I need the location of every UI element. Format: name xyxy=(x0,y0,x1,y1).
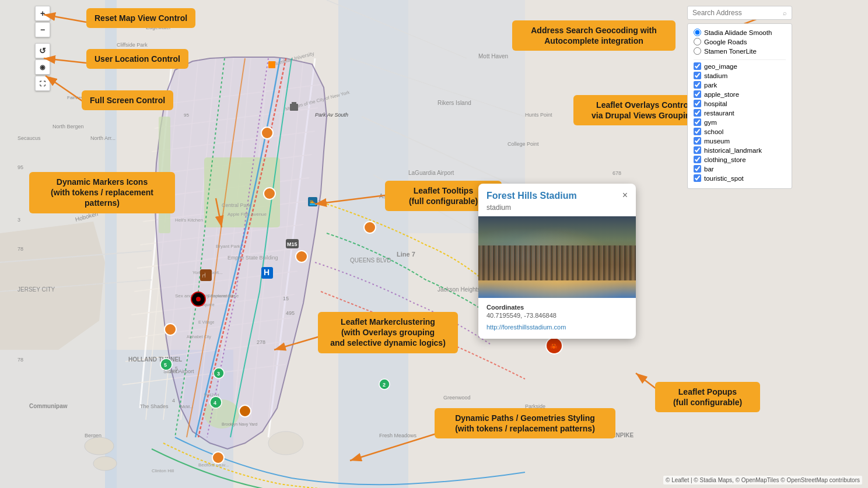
fullscreen-annotation: Full Screen Control xyxy=(82,90,173,110)
map-controls-group: + − ↺ ◉ ⛶ xyxy=(35,6,50,91)
overlay-park[interactable]: park xyxy=(694,81,786,89)
layer-divider xyxy=(694,59,786,60)
layers-panel: Stadia Alidade Smooth Google Roads Stame… xyxy=(687,23,792,189)
popup-image-content xyxy=(478,216,636,298)
fullscreen-button[interactable]: ⛶ xyxy=(35,76,50,91)
svg-text:278: 278 xyxy=(257,339,265,345)
svg-text:2: 2 xyxy=(385,380,388,386)
svg-text:Secaucus: Secaucus xyxy=(18,135,41,141)
reset-map-annotation: Reset Map View Control xyxy=(86,8,195,28)
attribution: © Leaflet | © Stadia Maps, © OpenMapTile… xyxy=(663,476,862,485)
svg-text:2: 2 xyxy=(169,368,172,374)
svg-text:5: 5 xyxy=(175,366,178,371)
svg-text:Rikers Island: Rikers Island xyxy=(438,100,471,106)
search-box[interactable]: ⌕ xyxy=(687,6,792,20)
svg-text:Greenwood: Greenwood xyxy=(443,395,471,401)
basemap-group: Stadia Alidade Smooth Google Roads Stame… xyxy=(694,29,786,55)
svg-text:Fresh Meadows: Fresh Meadows xyxy=(379,433,417,438)
basemap-google[interactable]: Google Roads xyxy=(694,38,786,45)
overlay-apple_store[interactable]: apple_store xyxy=(694,90,786,98)
svg-text:78: 78 xyxy=(18,357,23,363)
dynamic-paths-annotation: Dynamic Paths / Geometries Styling (with… xyxy=(435,408,615,438)
svg-text:78: 78 xyxy=(18,246,23,252)
overlay-stadium[interactable]: stadium xyxy=(694,72,786,79)
address-search-annotation: Address Search Geocoding with Autocomple… xyxy=(512,20,676,51)
basemap-stadia[interactable]: Stadia Alidade Smooth xyxy=(694,29,786,36)
svg-text:York Skyport...: York Skyport... xyxy=(192,270,223,275)
search-input[interactable] xyxy=(692,9,783,17)
popup-info: Coordinates 40.7195549, -73.846848 http:… xyxy=(478,298,636,339)
svg-text:Hunts Point: Hunts Point xyxy=(525,112,552,118)
svg-text:15: 15 xyxy=(283,296,289,301)
overlay-bar[interactable]: bar xyxy=(694,165,786,173)
leaflet-popups-annotation: Leaflet Popups (full configurable) xyxy=(655,382,760,412)
user-location-annotation: User Location Control xyxy=(86,49,188,69)
svg-text:Cliffside Park: Cliffside Park xyxy=(117,42,148,48)
svg-text:95: 95 xyxy=(184,113,189,118)
svg-text:95: 95 xyxy=(18,164,23,170)
popup-image xyxy=(478,216,636,298)
svg-rect-2 xyxy=(338,0,408,488)
svg-text:495: 495 xyxy=(286,310,295,316)
popup-close-button[interactable]: × xyxy=(622,191,628,200)
overlay-touristic_spot[interactable]: touristic_spot xyxy=(694,174,786,182)
overlay-layers-group: geo_imagestadiumparkapple_storehospitalr… xyxy=(694,62,786,182)
svg-text:North Bergen: North Bergen xyxy=(52,124,84,129)
svg-point-107 xyxy=(268,431,303,455)
svg-text:87: 87 xyxy=(315,199,321,205)
popup-coords: 40.7195549, -73.846848 xyxy=(487,312,628,319)
svg-rect-32 xyxy=(204,157,280,227)
svg-text:Jackson Heights: Jackson Heights xyxy=(438,286,480,293)
popup-coords-label: Coordinates xyxy=(487,304,628,311)
svg-text:Bryant Park: Bryant Park xyxy=(216,244,241,249)
overlay-school[interactable]: school xyxy=(694,128,786,135)
overlay-gym[interactable]: gym xyxy=(694,118,786,126)
svg-text:4: 4 xyxy=(172,398,175,403)
zoom-in-button[interactable]: + xyxy=(35,6,50,21)
svg-text:QUEENS BLVD: QUEENS BLVD xyxy=(350,257,391,264)
overlay-restaurant[interactable]: restaurant xyxy=(694,109,786,117)
svg-text:Bedford Stuv...: Bedford Stuv... xyxy=(198,462,229,468)
popup-card: Forest Hills Stadium × stadium Coordinat… xyxy=(478,184,636,339)
popup-link[interactable]: http://foresthillsstadium.com xyxy=(487,324,566,331)
overlay-clothing_store[interactable]: clothing_store xyxy=(694,156,786,163)
overlay-historical_landmark[interactable]: historical_landmark xyxy=(694,146,786,154)
svg-text:E Village: E Village xyxy=(198,320,215,325)
svg-point-106 xyxy=(93,457,117,471)
popup-header: Forest Hills Stadium × xyxy=(478,184,636,203)
svg-text:JERSEY CITY: JERSEY CITY xyxy=(18,286,55,293)
svg-text:Square: Square xyxy=(201,303,215,307)
dynamic-markers-annotation: Dynamic Markers Icons (with tokens / rep… xyxy=(29,172,175,213)
svg-text:North Arr...: North Arr... xyxy=(90,135,116,141)
svg-text:3: 3 xyxy=(18,217,20,223)
svg-text:Seaplane Base: Seaplane Base xyxy=(207,293,239,299)
zoom-out-button[interactable]: − xyxy=(35,22,50,37)
svg-text:Alphabet City: Alphabet City xyxy=(187,335,211,339)
svg-text:The Shades: The Shades xyxy=(140,403,169,409)
overlay-hospital[interactable]: hospital xyxy=(694,100,786,107)
basemap-stamen-label: Stamen TonerLite xyxy=(704,48,757,55)
svg-text:College Point: College Point xyxy=(508,141,539,147)
svg-text:Line 7: Line 7 xyxy=(397,251,415,258)
svg-text:LaGuardia Airport: LaGuardia Airport xyxy=(408,170,454,176)
search-icon: ⌕ xyxy=(783,9,787,16)
basemap-stamen[interactable]: Stamen TonerLite xyxy=(694,47,786,55)
svg-text:Hell's Kitchen: Hell's Kitchen xyxy=(175,217,203,223)
svg-text:McM...: McM... xyxy=(181,405,193,409)
overlay-museum[interactable]: museum xyxy=(694,137,786,145)
svg-text:Apple Fifth Avenue: Apple Fifth Avenue xyxy=(228,212,267,217)
overlay-geo_image[interactable]: geo_image xyxy=(694,62,786,70)
svg-text:HOLLAND TUNNEL: HOLLAND TUNNEL xyxy=(128,356,182,363)
svg-text:Mott Haven: Mott Haven xyxy=(478,53,508,59)
basemap-stadia-label: Stadia Alidade Smooth xyxy=(704,29,772,36)
svg-text:W42nd: W42nd xyxy=(204,392,219,398)
svg-text:Empire State Building: Empire State Building xyxy=(228,255,278,261)
svg-text:Central Park: Central Park xyxy=(222,202,251,208)
reset-view-button[interactable]: ↺ xyxy=(35,43,50,58)
svg-text:Clinton Hill: Clinton Hill xyxy=(152,468,174,473)
map-container: Hoboken JERSEY CITY QUEENS BLVD Astoria … xyxy=(0,0,868,488)
svg-text:678: 678 xyxy=(612,170,621,176)
svg-text:Brooklyn Navy Yard: Brooklyn Navy Yard xyxy=(222,422,257,427)
user-location-button[interactable]: ◉ xyxy=(35,59,50,75)
basemap-google-label: Google Roads xyxy=(704,38,747,45)
